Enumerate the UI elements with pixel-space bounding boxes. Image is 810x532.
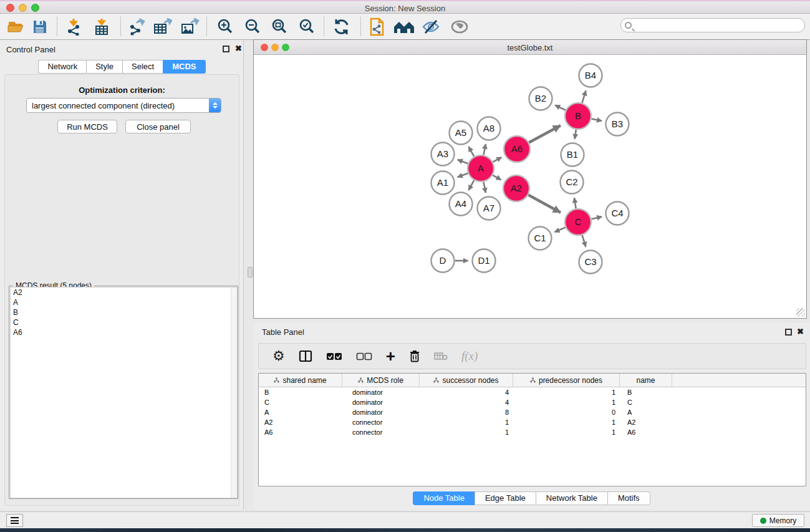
export-image-icon[interactable] (181, 16, 200, 38)
node-D1[interactable]: D1 (473, 249, 496, 273)
column-header-shared-name[interactable]: shared name (259, 374, 342, 387)
function-builder-icon[interactable]: f(x) (461, 349, 478, 363)
edge-C-C2[interactable] (574, 198, 576, 208)
node-A2[interactable]: A2 (503, 175, 529, 201)
edge-B-B3[interactable] (592, 118, 602, 120)
column-header-predecessor-nodes[interactable]: predecessor nodes (513, 374, 620, 387)
tab-node-table[interactable]: Node Table (413, 491, 475, 505)
splitter-handle[interactable] (248, 267, 253, 278)
search-box[interactable] (620, 18, 805, 32)
result-item[interactable]: A2 (11, 288, 237, 297)
close-table-panel-icon[interactable]: ✖ (797, 327, 804, 336)
node-B2[interactable]: B2 (529, 87, 552, 110)
table-row[interactable]: A6connector11A6 (259, 427, 806, 437)
edge-A2-C[interactable] (528, 195, 561, 213)
result-scrollbar[interactable] (231, 288, 237, 498)
node-A3[interactable]: A3 (432, 143, 455, 166)
search-input[interactable] (634, 19, 804, 31)
column-header-MCDS-role[interactable]: MCDS role (342, 374, 420, 387)
network-canvas[interactable]: B4B2BB3A8A5A6A3B1AA1C2A2A4A7C4CC1C3DD1 (254, 55, 806, 318)
tab-select[interactable]: Select (122, 60, 163, 74)
refresh-layout-icon[interactable] (332, 16, 351, 38)
edge-A-A4[interactable] (468, 180, 474, 190)
table-row[interactable]: Bdominator41B (259, 387, 806, 397)
resize-grip-icon[interactable] (796, 308, 805, 317)
result-item[interactable]: B (11, 307, 237, 317)
criterion-dropdown[interactable]: largest connected component (directed) (26, 98, 221, 113)
show-details-icon[interactable] (450, 16, 469, 38)
mcds-result-list[interactable]: A2ABCA6 (10, 287, 238, 498)
edge-B-B4[interactable] (582, 90, 586, 103)
node-table[interactable]: shared nameMCDS rolesuccessor nodesprede… (258, 373, 806, 486)
close-panel-icon[interactable]: ✖ (235, 44, 242, 53)
edge-A-A2[interactable] (493, 175, 501, 180)
node-A[interactable]: A (468, 155, 494, 181)
node-B1[interactable]: B1 (561, 143, 584, 167)
edge-A-A6[interactable] (493, 157, 501, 162)
column-header-successor-nodes[interactable]: successor nodes (420, 374, 513, 387)
network-window-titlebar[interactable]: testGlobe.txt (254, 40, 806, 55)
tab-motifs[interactable]: Motifs (607, 491, 650, 505)
close-panel-button[interactable]: Close panel (125, 120, 191, 133)
import-network-icon[interactable] (66, 16, 84, 38)
table-row[interactable]: Adominator80A (259, 407, 806, 417)
node-A1[interactable]: A1 (432, 172, 455, 195)
node-C2[interactable]: C2 (561, 171, 584, 194)
edge-C-C1[interactable] (554, 228, 565, 232)
node-A4[interactable]: A4 (450, 193, 473, 216)
node-B4[interactable]: B4 (579, 64, 602, 87)
run-mcds-button[interactable]: Run MCDS (57, 120, 117, 133)
column-visibility-icon[interactable] (299, 350, 312, 362)
zoom-in-icon[interactable] (216, 16, 234, 38)
edge-C-C4[interactable] (591, 217, 602, 220)
node-C[interactable]: C (565, 209, 591, 235)
edge-A-A8[interactable] (483, 144, 486, 155)
table-row[interactable]: Cdominator41C (259, 397, 806, 407)
task-history-icon[interactable] (6, 514, 23, 527)
edge-B-B2[interactable] (555, 105, 566, 110)
edge-A-A3[interactable] (458, 160, 468, 163)
network-document-icon[interactable] (369, 16, 385, 38)
export-network-icon[interactable] (128, 16, 145, 38)
select-all-icon[interactable] (326, 352, 342, 360)
save-session-icon[interactable] (32, 16, 47, 38)
export-table-icon[interactable] (153, 16, 172, 38)
node-C1[interactable]: C1 (529, 227, 552, 250)
result-item[interactable]: A (11, 297, 237, 307)
import-table-icon[interactable] (94, 16, 110, 38)
node-A5[interactable]: A5 (450, 122, 473, 145)
tab-mcds[interactable]: MCDS (163, 60, 205, 74)
float-panel-icon[interactable] (223, 46, 229, 52)
result-item[interactable]: A6 (11, 327, 237, 337)
node-B3[interactable]: B3 (606, 113, 629, 136)
tab-network-table[interactable]: Network Table (536, 491, 607, 505)
result-item[interactable]: C (11, 317, 237, 327)
hide-details-icon[interactable] (422, 16, 440, 38)
node-A8[interactable]: A8 (478, 117, 501, 140)
tab-style[interactable]: Style (86, 60, 122, 74)
edge-A-A5[interactable] (468, 147, 474, 157)
node-C4[interactable]: C4 (606, 202, 629, 225)
deselect-all-icon[interactable] (356, 352, 372, 360)
tab-network[interactable]: Network (38, 60, 86, 74)
open-session-icon[interactable] (7, 16, 25, 38)
edge-A-A1[interactable] (458, 173, 468, 177)
zoom-fit-icon[interactable] (271, 16, 288, 38)
memory-button[interactable]: Memory (752, 514, 804, 527)
delete-table-icon[interactable] (434, 352, 448, 360)
edge-C-C3[interactable] (582, 235, 586, 247)
settings-gear-icon[interactable]: ⚙ (272, 349, 285, 363)
add-column-icon[interactable]: + (386, 350, 395, 362)
zoom-selected-icon[interactable] (298, 16, 316, 38)
node-B[interactable]: B (565, 103, 591, 129)
float-table-panel-icon[interactable] (785, 329, 792, 336)
edge-B-B1[interactable] (575, 130, 576, 139)
table-row[interactable]: A2connector11A2 (259, 417, 806, 427)
node-C3[interactable]: C3 (579, 251, 602, 274)
zoom-out-icon[interactable] (244, 16, 261, 38)
delete-column-icon[interactable] (409, 350, 420, 363)
edge-A-A7[interactable] (483, 182, 486, 193)
node-A6[interactable]: A6 (504, 136, 530, 162)
node-A7[interactable]: A7 (478, 197, 501, 220)
column-header-name[interactable]: name (620, 374, 672, 387)
